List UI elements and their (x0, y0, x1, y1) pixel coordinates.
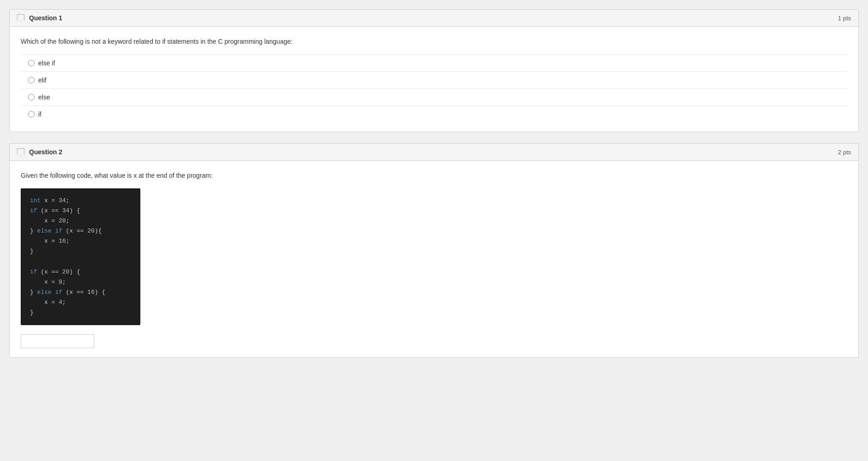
question-1-header: Question 1 1 pts (10, 10, 858, 27)
question-2-card: Question 2 2 pts Given the following cod… (9, 143, 859, 358)
option-elif-label: elif (38, 76, 46, 84)
option-if[interactable]: if (21, 105, 847, 123)
bookmark-icon-q1[interactable] (17, 14, 24, 22)
option-else-if[interactable]: else if (21, 54, 847, 71)
radio-if[interactable] (28, 111, 35, 117)
bookmark-icon-q2[interactable] (17, 148, 24, 156)
code-block: int x = 34; if (x == 34) { x = 20; } els… (21, 188, 140, 325)
question-2-title: Question 2 (29, 148, 62, 156)
radio-elif[interactable] (28, 77, 35, 83)
question-2-text: Given the following code, what value is … (21, 172, 847, 179)
question-2-body: Given the following code, what value is … (10, 161, 858, 357)
question-1-body: Which of the following is not a keyword … (10, 27, 858, 132)
option-else-if-label: else if (38, 59, 55, 67)
radio-else-if[interactable] (28, 60, 35, 66)
option-if-label: if (38, 111, 41, 118)
question-1-options: else if elif else if (21, 54, 847, 123)
question-1-card: Question 1 1 pts Which of the following … (9, 9, 859, 132)
radio-else[interactable] (28, 94, 35, 100)
question-2-header-left: Question 2 (17, 148, 62, 156)
question-1-header-left: Question 1 (17, 14, 62, 22)
answer-input[interactable] (21, 334, 94, 348)
question-1-title: Question 1 (29, 14, 62, 22)
option-else[interactable]: else (21, 88, 847, 105)
question-2-header: Question 2 2 pts (10, 144, 858, 161)
question-1-pts: 1 pts (838, 15, 851, 22)
option-elif[interactable]: elif (21, 71, 847, 88)
question-2-pts: 2 pts (838, 149, 851, 156)
question-1-text: Which of the following is not a keyword … (21, 38, 847, 45)
option-else-label: else (38, 93, 50, 101)
